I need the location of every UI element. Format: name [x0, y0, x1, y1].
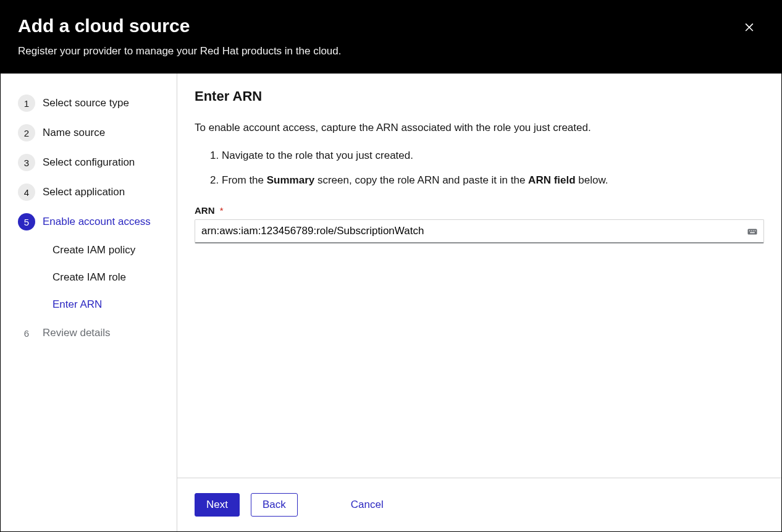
substep-enter-arn[interactable]: Enter ARN	[43, 291, 177, 318]
wizard-content: Enter ARN To enable account access, capt…	[177, 74, 781, 478]
step-label: Select source type	[43, 97, 129, 109]
step-label: Select configuration	[43, 156, 135, 169]
svg-rect-0	[748, 229, 757, 234]
modal-body: 1 Select source type 2 Name source 3 Sel…	[1, 74, 781, 531]
wizard-main: Enter ARN To enable account access, capt…	[177, 74, 781, 531]
wizard-footer: Next Back Cancel	[177, 478, 781, 531]
step-number: 2	[18, 124, 35, 141]
step-number: 5	[18, 213, 35, 230]
arn-form-group: ARN *	[195, 205, 764, 243]
arn-input[interactable]	[195, 219, 764, 243]
step-select-source-type[interactable]: 1 Select source type	[1, 88, 177, 118]
substep-label: Create IAM policy	[53, 244, 135, 256]
instruction-step-1: Navigate to the role that you just creat…	[222, 148, 764, 164]
substep-create-iam-role[interactable]: Create IAM role	[43, 264, 177, 291]
modal-title: Add a cloud source	[18, 15, 764, 36]
keyboard-icon	[747, 226, 758, 237]
svg-rect-3	[753, 230, 754, 231]
step-enable-account-access[interactable]: 5 Enable account access	[1, 207, 177, 237]
close-button[interactable]	[741, 18, 758, 35]
wizard-modal: Add a cloud source Register your provide…	[0, 0, 782, 532]
back-button[interactable]: Back	[251, 493, 298, 517]
next-button[interactable]: Next	[195, 493, 240, 517]
close-icon	[743, 20, 755, 33]
arn-label-row: ARN *	[195, 205, 764, 216]
cancel-button[interactable]: Cancel	[340, 494, 395, 516]
page-heading: Enter ARN	[195, 88, 764, 104]
modal-header: Add a cloud source Register your provide…	[1, 1, 781, 74]
required-indicator: *	[220, 205, 224, 216]
wizard-sidebar: 1 Select source type 2 Name source 3 Sel…	[1, 74, 177, 531]
step-review-details[interactable]: 6 Review details	[1, 318, 177, 348]
step-number: 4	[18, 184, 35, 201]
step-name-source[interactable]: 2 Name source	[1, 118, 177, 148]
arn-input-wrap	[195, 219, 764, 243]
step-number: 1	[18, 95, 35, 112]
substep-label: Enter ARN	[53, 298, 102, 310]
modal-subtitle: Register your provider to manage your Re…	[18, 45, 764, 57]
substep-label: Create IAM role	[53, 271, 126, 283]
step-label: Select application	[43, 186, 125, 198]
step-select-configuration[interactable]: 3 Select configuration	[1, 148, 177, 177]
step-label: Enable account access	[43, 216, 151, 228]
substep-create-iam-policy[interactable]: Create IAM policy	[43, 237, 177, 264]
step-number: 6	[18, 324, 35, 342]
step-list-after: 6 Review details	[1, 318, 177, 348]
instruction-list: Navigate to the role that you just creat…	[195, 148, 764, 188]
step-label: Review details	[43, 327, 111, 339]
step-label: Name source	[43, 127, 105, 139]
arn-label: ARN	[195, 205, 215, 216]
step-select-application[interactable]: 4 Select application	[1, 177, 177, 207]
intro-text: To enable account access, capture the AR…	[195, 122, 764, 134]
svg-rect-2	[751, 230, 752, 231]
substep-list: Create IAM policy Create IAM role Enter …	[1, 237, 177, 318]
step-list: 1 Select source type 2 Name source 3 Sel…	[1, 88, 177, 237]
step-number: 3	[18, 154, 35, 171]
svg-rect-5	[750, 232, 755, 233]
svg-rect-4	[755, 230, 756, 231]
instruction-step-2: From the Summary screen, copy the role A…	[222, 172, 764, 188]
svg-rect-1	[749, 230, 750, 231]
